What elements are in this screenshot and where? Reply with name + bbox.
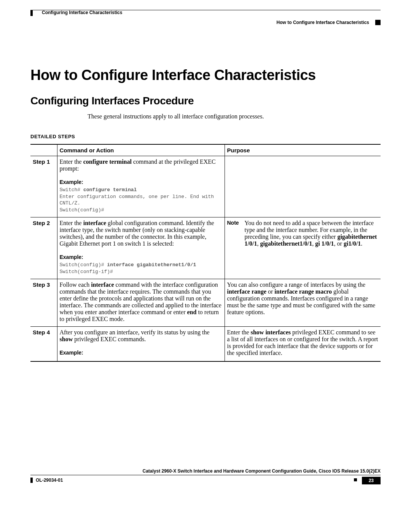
- note-body: You do not need to add a space between t…: [245, 220, 379, 247]
- code-block: Switch# configure terminal Enter configu…: [60, 187, 222, 213]
- steps-table: Command or Action Purpose Step 1 Enter t…: [30, 144, 381, 362]
- header-left-mark: [30, 10, 33, 16]
- table-row: Step 1 Enter the configure terminal comm…: [30, 156, 381, 217]
- command-cell: Enter the configure terminal command at …: [57, 156, 225, 217]
- section-title-top: How to Configure Interface Characteristi…: [277, 20, 369, 25]
- footer-guide-title: Catalyst 2960-X Switch Interface and Har…: [30, 468, 381, 475]
- step-label: Step 3: [30, 279, 57, 327]
- footer-small-square: [354, 478, 357, 481]
- code-block: Switch(config)# interface gigabitetherne…: [60, 262, 222, 275]
- command-cell: Enter the interface global configuration…: [57, 217, 225, 279]
- top-bar: Configuring Interface Characteristics Ho…: [30, 10, 381, 25]
- page-title: How to Configure Interface Characteristi…: [30, 67, 381, 83]
- note-label: Note: [227, 220, 245, 247]
- table-row: Step 2 Enter the interface global config…: [30, 217, 381, 279]
- footer-rule: [30, 475, 381, 475]
- section-heading: Configuring Interfaces Procedure: [30, 95, 381, 107]
- example-label: Example:: [60, 179, 222, 185]
- footer: Catalyst 2960-X Switch Interface and Har…: [30, 468, 381, 485]
- table-row: Step 4 After you configure an interface,…: [30, 327, 381, 362]
- step-label: Step 1: [30, 156, 57, 217]
- table-header-command: Command or Action: [57, 144, 225, 156]
- intro-text: These general instructions apply to all …: [88, 113, 381, 120]
- step-label: Step 4: [30, 327, 57, 362]
- table-header-purpose: Purpose: [225, 144, 381, 156]
- purpose-cell: Note You do not need to add a space betw…: [225, 217, 381, 279]
- command-cell: Follow each interface command with the i…: [57, 279, 225, 327]
- example-label: Example:: [60, 350, 222, 356]
- detailed-steps-label: DETAILED STEPS: [30, 134, 381, 139]
- purpose-cell: Enter the show interfaces privileged EXE…: [225, 327, 381, 362]
- table-row: Step 3 Follow each interface command wit…: [30, 279, 381, 327]
- header-right-mark: [375, 20, 381, 25]
- footer-doc-id: OL-29034-01: [36, 478, 63, 483]
- table-header-blank: [30, 144, 57, 156]
- purpose-cell: You can also configure a range of interf…: [225, 279, 381, 327]
- footer-left-mark: [30, 478, 33, 483]
- step-label: Step 2: [30, 217, 57, 279]
- purpose-cell: [225, 156, 381, 217]
- chapter-title: Configuring Interface Characteristics: [42, 10, 122, 15]
- example-label: Example:: [60, 254, 222, 260]
- page-number: 23: [362, 477, 381, 484]
- command-cell: After you configure an interface, verify…: [57, 327, 225, 362]
